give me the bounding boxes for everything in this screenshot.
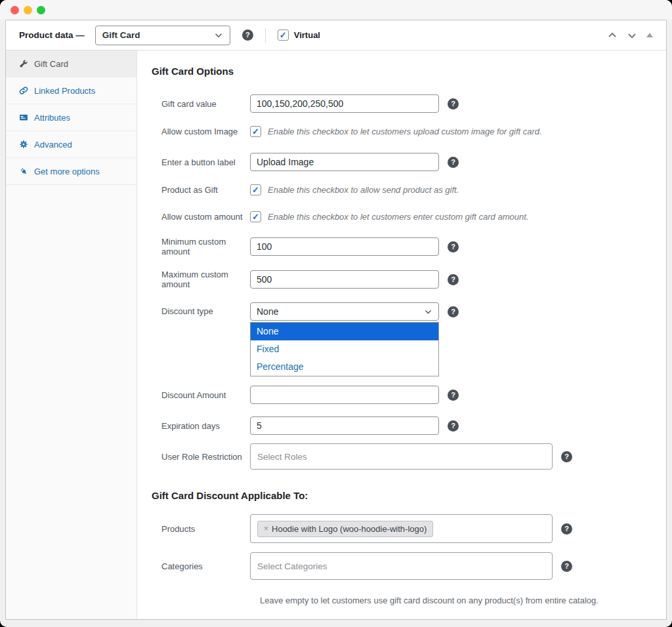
- field-allow-custom-image: Allow custom Image ✓ Enable this checkbo…: [152, 126, 666, 137]
- tab-linked-products[interactable]: Linked Products: [6, 77, 136, 104]
- tab-label: Attributes: [34, 113, 70, 123]
- field-label: Allow custom Image: [152, 127, 250, 136]
- product-data-tabs: Gift Card Linked Products Attributes: [6, 51, 137, 619]
- tab-label: Get more options: [34, 167, 100, 176]
- products-input[interactable]: × Hoodie with Logo (woo-hoodie-with-logo…: [250, 514, 553, 543]
- field-product-as-gift: Product as Gift ✓ Enable this checkbox t…: [152, 184, 666, 195]
- virtual-label: Virtual: [294, 30, 320, 40]
- help-icon[interactable]: ?: [448, 98, 459, 110]
- gift-card-value-input[interactable]: [250, 94, 439, 113]
- move-up-icon[interactable]: [607, 30, 618, 41]
- categories-input[interactable]: Select Categories: [250, 552, 553, 580]
- plug-icon: [19, 167, 28, 176]
- field-label: Expiration days: [152, 421, 250, 431]
- field-button-label: Enter a button label ?: [152, 153, 666, 171]
- maximum-custom-amount-input[interactable]: [250, 270, 439, 289]
- placeholder-text: Select Categories: [257, 561, 327, 571]
- field-label: Allow custom amount: [152, 212, 250, 222]
- product-data-panel: Product data — Gift Card ? ✓ Virtual: [5, 20, 667, 620]
- tab-get-more-options[interactable]: Get more options: [6, 158, 136, 185]
- discount-type-value: None: [257, 306, 278, 317]
- zoom-window-button[interactable]: [37, 6, 45, 14]
- field-label: Products: [152, 524, 250, 534]
- placeholder-text: Select Roles: [257, 452, 307, 462]
- close-window-button[interactable]: [10, 6, 19, 14]
- field-description: Enable this checkbox to allow send produ…: [268, 185, 459, 195]
- chevron-down-icon: [214, 31, 223, 40]
- field-label: Minimum custom amount: [152, 237, 250, 256]
- help-icon[interactable]: ?: [448, 274, 459, 285]
- tab-label: Gift Card: [34, 59, 68, 69]
- field-label: Categories: [152, 561, 250, 571]
- tab-gift-card[interactable]: Gift Card: [6, 51, 136, 77]
- tag-label: Hoodie with Logo (woo-hoodie-with-logo): [272, 524, 427, 534]
- move-down-icon[interactable]: [627, 30, 637, 41]
- window-titlebar: [0, 0, 672, 20]
- help-icon[interactable]: ?: [561, 561, 572, 572]
- field-description: Enable this checkbox to let customers up…: [268, 127, 542, 136]
- field-maximum-custom-amount: Maximum custom amount ?: [152, 270, 666, 289]
- product-type-value: Gift Card: [102, 30, 140, 40]
- field-user-role-restriction: User Role Restriction Select Roles ?: [152, 443, 666, 470]
- help-icon[interactable]: ?: [448, 241, 459, 253]
- allow-custom-amount-checkbox[interactable]: ✓: [250, 211, 261, 222]
- section-heading-discount-applicable: Gift Card Discount Applicable To:: [152, 489, 666, 502]
- tab-attributes[interactable]: Attributes: [6, 104, 136, 131]
- tab-advanced[interactable]: Advanced: [6, 131, 136, 158]
- help-icon[interactable]: ?: [448, 390, 459, 401]
- field-label: Gift card value: [152, 99, 250, 109]
- help-icon[interactable]: ?: [448, 420, 459, 432]
- field-label: Enter a button label: [152, 157, 250, 167]
- field-expiration-days: Expiration days ?: [152, 416, 666, 435]
- field-allow-custom-amount: Allow custom amount ✓ Enable this checkb…: [152, 211, 666, 222]
- allow-custom-image-checkbox[interactable]: ✓: [250, 126, 261, 137]
- help-icon[interactable]: ?: [448, 306, 459, 317]
- header-divider: [265, 28, 266, 43]
- virtual-checkbox[interactable]: ✓ Virtual: [278, 30, 320, 41]
- field-minimum-custom-amount: Minimum custom amount ?: [152, 237, 666, 256]
- product-as-gift-checkbox[interactable]: ✓: [250, 184, 261, 195]
- help-icon[interactable]: ?: [561, 523, 572, 535]
- expiration-days-input[interactable]: [250, 416, 439, 435]
- field-gift-card-value: Gift card value ?: [152, 94, 666, 113]
- remove-tag-icon[interactable]: ×: [264, 524, 268, 533]
- dropdown-option-fixed[interactable]: Fixed: [251, 340, 438, 358]
- help-icon[interactable]: ?: [561, 451, 572, 462]
- tab-label: Linked Products: [34, 86, 95, 96]
- field-label: Product as Gift: [152, 185, 250, 195]
- help-icon[interactable]: ?: [242, 30, 253, 41]
- field-categories: Categories Select Categories ?: [152, 552, 666, 580]
- button-label-input[interactable]: [250, 153, 439, 171]
- collapse-panel-icon[interactable]: [646, 33, 653, 37]
- field-discount-type: Discount type None None Fixed Percentage: [152, 302, 666, 376]
- discount-type-dropdown: None Fixed Percentage: [250, 322, 439, 376]
- wrench-icon: [19, 59, 28, 68]
- minimum-custom-amount-input[interactable]: [250, 237, 439, 256]
- field-label: Discount Amount: [152, 390, 250, 400]
- discount-type-select[interactable]: None: [250, 302, 439, 321]
- catalog-note: Leave empty to let customers use gift ca…: [260, 596, 666, 605]
- dropdown-option-percentage[interactable]: Percentage: [251, 358, 438, 376]
- user-role-restriction-input[interactable]: Select Roles: [250, 443, 553, 470]
- product-type-select[interactable]: Gift Card: [95, 26, 230, 45]
- field-label: Maximum custom amount: [152, 270, 250, 289]
- attributes-icon: [19, 113, 28, 122]
- gift-card-options-panel: Gift Card Options Gift card value ? Allo…: [137, 51, 666, 619]
- discount-amount-input[interactable]: [250, 386, 439, 404]
- field-discount-amount: Discount Amount ?: [152, 386, 666, 404]
- product-data-header: Product data — Gift Card ? ✓ Virtual: [6, 20, 666, 51]
- field-label: Discount type: [152, 302, 250, 321]
- link-icon: [19, 86, 28, 95]
- tab-label: Advanced: [34, 140, 72, 150]
- panel-title: Product data —: [19, 30, 85, 40]
- help-icon[interactable]: ?: [448, 157, 459, 168]
- dropdown-option-none[interactable]: None: [251, 323, 438, 340]
- minimize-window-button[interactable]: [24, 6, 32, 14]
- section-heading-gift-card-options: Gift Card Options: [152, 65, 666, 78]
- screenshot-frame: Product data — Gift Card ? ✓ Virtual: [0, 0, 672, 627]
- field-products: Products × Hoodie with Logo (woo-hoodie-…: [152, 514, 666, 543]
- field-label: User Role Restriction: [152, 452, 250, 462]
- chevron-down-icon: [424, 308, 432, 316]
- field-description: Enable this checkbox to let customers en…: [268, 212, 528, 222]
- gear-icon: [19, 140, 28, 149]
